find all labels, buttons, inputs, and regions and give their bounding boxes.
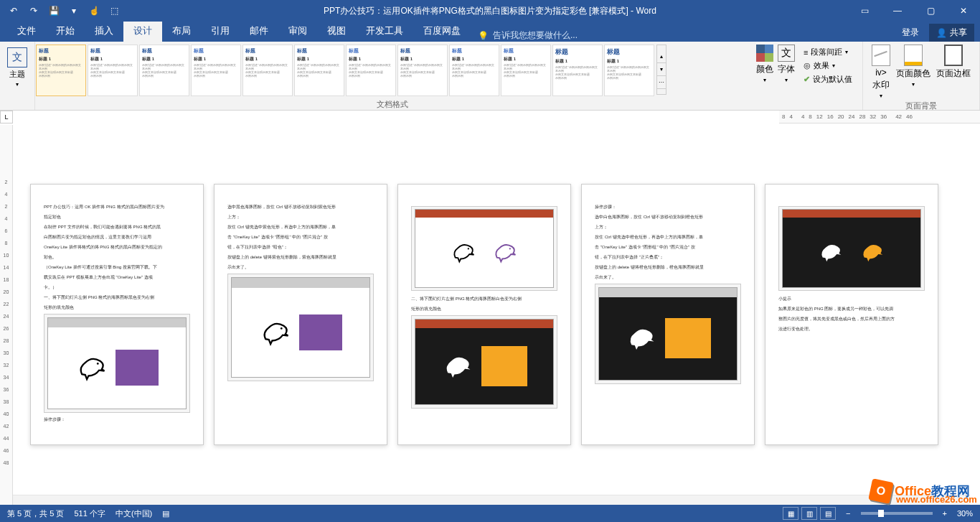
zoom-thumb[interactable] — [878, 510, 884, 517]
watermark-icon — [872, 45, 890, 66]
view-buttons: ▦ ▥ ▤ — [783, 507, 836, 520]
tab-review[interactable]: 审阅 — [278, 20, 317, 42]
page-border-button[interactable]: 页面边框 — [936, 45, 971, 99]
gallery-more-icon[interactable]: ⋯ — [657, 76, 666, 89]
themes-button[interactable]: 文 主题 ▾ — [4, 45, 30, 90]
effects-button[interactable]: ◎效果▾ — [802, 60, 854, 72]
colors-icon — [756, 45, 773, 62]
window-title: PPT办公技巧：运用OK插件将PNG格式的黑白图标图片变为指定彩色 [兼容模式]… — [324, 5, 656, 17]
page-1: PPT 办公技巧：运用 OK 插件将 PNG 格式的黑白图标图片变为指定彩色在制… — [30, 184, 204, 445]
tab-view[interactable]: 视图 — [317, 20, 356, 42]
tab-insert[interactable]: 插入 — [85, 20, 123, 42]
dolphin-icon — [259, 316, 292, 349]
vertical-ruler[interactable]: 2424681014182022242628303234363840424446… — [0, 125, 13, 505]
svg-point-0 — [97, 363, 99, 365]
page-border-icon — [944, 45, 963, 66]
colors-button[interactable]: 颜色 ▾ — [756, 45, 773, 83]
gallery-down-icon[interactable]: ▾ — [657, 63, 666, 76]
close-button[interactable]: ✕ — [947, 0, 980, 22]
tell-me-placeholder: 告诉我您想要做什么... — [493, 29, 578, 42]
quick-access-toolbar: ↶ ↷ 💾 ▾ ☝ ⬚ — [0, 1, 123, 20]
style-thumb[interactable]: 标题标题 1示例"描述"示例示例的示例示例文本示例示例文本说明示例文本标题示例示… — [36, 45, 86, 96]
language-indicator[interactable]: 中文(中国) — [116, 508, 152, 519]
page-color-icon — [904, 45, 923, 66]
themes-group: 文 主题 ▾ — [0, 42, 35, 110]
style-thumb[interactable]: 标题标题 1示例"描述"示例示例的示例示例文本示例示例文本说明示例文本标题示例示… — [294, 45, 344, 96]
zoom-level[interactable]: 30% — [957, 509, 973, 518]
ruler-corner[interactable]: L — [0, 111, 13, 123]
login-button[interactable]: 登录 — [895, 24, 926, 42]
touch-mode-button[interactable]: ☝ — [85, 1, 103, 20]
tab-references[interactable]: 引用 — [201, 20, 240, 42]
share-icon: 👤 — [936, 28, 947, 38]
horizontal-ruler[interactable]: 8448121620242832364246 — [779, 111, 980, 123]
page-4: 操作步骤：选中白色海豚图标，按住 Ctrl 键不放移动复制到橙色矩形上方；按住 … — [581, 184, 755, 445]
save-button[interactable]: 💾 — [44, 1, 63, 20]
chevron-down-icon: ▾ — [16, 81, 19, 88]
redo-button[interactable]: ↷ — [24, 1, 43, 20]
macro-indicator-icon[interactable]: ▤ — [162, 509, 169, 518]
fonts-label: 字体 — [778, 63, 795, 75]
style-thumb[interactable]: 标题标题 1示例"描述"示例示例的示例示例文本示例示例文本说明示例文本标题示例示… — [139, 45, 189, 96]
set-default-button[interactable]: ✔设为默认值 — [802, 73, 854, 85]
tab-file[interactable]: 文件 — [7, 20, 46, 42]
style-thumb[interactable]: 标题标题 1示例"描述"示例示例的示例示例文本示例示例文本说明示例文本标题示例示… — [397, 45, 448, 96]
embedded-image — [227, 274, 374, 381]
paragraph-spacing-button[interactable]: ≡段落间距▾ — [802, 46, 854, 58]
chevron-down-icon: ▾ — [763, 77, 766, 83]
horizontal-scrollbar[interactable] — [13, 495, 970, 505]
style-thumb[interactable]: 标题标题 1示例"描述"示例示例的示例示例文本示例示例文本说明示例文本标题示例示… — [449, 45, 499, 96]
gallery-up-icon[interactable]: ▴ — [657, 50, 666, 63]
tab-developer[interactable]: 开发工具 — [356, 20, 413, 42]
style-thumb[interactable]: 标题标题 1示例"描述"示例示例的示例示例文本示例示例文本说明示例文本标题示例示… — [346, 45, 396, 96]
colors-label: 颜色 — [756, 63, 773, 75]
svg-point-2 — [468, 248, 469, 250]
style-thumb[interactable]: 标题标题 1示例"描述"示例示例的示例示例文本示例示例文本说明示例文本标题示例示… — [552, 45, 603, 96]
tell-me[interactable]: 💡 告诉我您想要做什么... — [471, 29, 578, 42]
print-layout-button[interactable]: ▥ — [801, 507, 817, 520]
themes-label: 主题 — [9, 69, 25, 80]
group-label: 页面背景 — [905, 99, 937, 111]
zoom-out-button[interactable]: − — [846, 509, 850, 518]
dolphin-icon — [450, 238, 477, 266]
fonts-button[interactable]: 文 字体 ▾ — [778, 45, 795, 83]
page-border-label: 页面边框 — [936, 67, 971, 80]
style-thumb[interactable]: 标题标题 1示例"描述"示例示例的示例示例文本示例示例文本说明示例文本标题示例示… — [88, 45, 138, 96]
page-indicator[interactable]: 第 5 页，共 5 页 — [7, 508, 64, 519]
style-thumb[interactable]: 标题标题 1示例"描述"示例示例的示例示例文本示例示例文本说明示例文本标题示例示… — [191, 45, 241, 96]
style-gallery: 标题标题 1示例"描述"示例示例的示例示例文本示例示例文本说明示例文本标题示例示… — [35, 42, 749, 98]
tab-mail[interactable]: 邮件 — [240, 20, 278, 42]
chevron-down-icon: ▾ — [912, 81, 915, 88]
lightbulb-icon: 💡 — [478, 31, 489, 41]
style-thumb[interactable]: 标题标题 1示例"描述"示例示例的示例示例文本示例示例文本说明示例文本标题示例示… — [604, 45, 654, 96]
save-dropdown[interactable]: ▾ — [65, 1, 83, 20]
web-layout-button[interactable]: ▤ — [820, 507, 836, 520]
gallery-scroll[interactable]: ▴▾⋯ — [656, 45, 666, 95]
doc-format-group: 标题标题 1示例"描述"示例示例的示例示例文本示例示例文本说明示例文本标题示例示… — [35, 42, 749, 110]
zoom-slider[interactable] — [861, 512, 933, 515]
watermark-button[interactable]: iv> 水印 ▾ — [872, 45, 890, 99]
qat-more-button[interactable]: ⬚ — [105, 1, 123, 20]
share-button[interactable]: 👤 共享 — [929, 24, 974, 42]
read-mode-button[interactable]: ▦ — [783, 507, 798, 520]
dolphin-icon — [441, 350, 474, 383]
undo-button[interactable]: ↶ — [4, 1, 23, 20]
embedded-image — [411, 206, 557, 291]
tab-home[interactable]: 开始 — [46, 20, 85, 42]
style-thumb[interactable]: 标题标题 1示例"描述"示例示例的示例示例文本示例示例文本说明示例文本标题示例示… — [501, 45, 551, 96]
style-thumb[interactable]: 标题标题 1示例"描述"示例示例的示例示例文本示例示例文本说明示例文本标题示例示… — [242, 45, 293, 96]
zoom-in-button[interactable]: + — [943, 509, 947, 518]
document-canvas[interactable]: PPT 办公技巧：运用 OK 插件将 PNG 格式的黑白图标图片变为指定彩色在制… — [13, 125, 980, 505]
minimize-button[interactable]: — — [881, 0, 914, 22]
page-color-button[interactable]: 页面颜色 ▾ — [896, 45, 930, 99]
ribbon-options-button[interactable]: ▭ — [848, 0, 881, 22]
word-count[interactable]: 511 个字 — [74, 508, 105, 519]
dolphin-icon — [625, 322, 658, 355]
maximize-button[interactable]: ▢ — [914, 0, 947, 22]
tab-design[interactable]: 设计 — [123, 20, 162, 42]
spacing-icon: ≡ — [804, 48, 808, 57]
tab-baidu[interactable]: 百度网盘 — [413, 20, 471, 42]
embedded-image — [778, 206, 925, 291]
dolphin-icon — [75, 351, 108, 384]
tab-layout[interactable]: 布局 — [162, 20, 201, 42]
